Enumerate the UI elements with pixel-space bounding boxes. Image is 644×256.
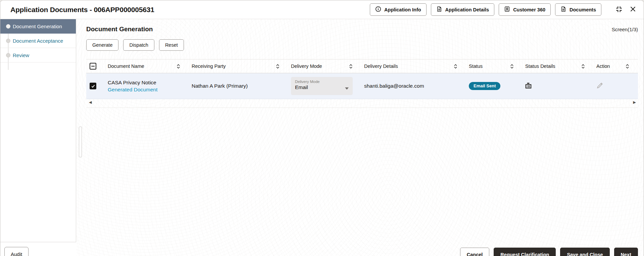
- sort-icon[interactable]: [177, 64, 180, 69]
- sort-icon[interactable]: [626, 64, 629, 69]
- column-label: Receiving Party: [192, 63, 226, 69]
- application-details-button[interactable]: Application Details: [431, 3, 495, 16]
- select-all-checkbox[interactable]: [90, 63, 96, 70]
- status-details-cell: [523, 82, 594, 91]
- close-button[interactable]: [628, 4, 638, 15]
- delivery-mode-select[interactable]: Delivery Mode Email: [291, 77, 353, 95]
- button-label: Application Details: [445, 7, 489, 12]
- column-label: Status: [469, 63, 483, 69]
- close-icon: [630, 6, 636, 13]
- step-label: Document Acceptance: [13, 38, 63, 44]
- sort-icon[interactable]: [510, 64, 514, 69]
- column-header-document-name: Document Name: [105, 63, 189, 69]
- document-name-cell: CASA Privacy Notice Generated Document: [105, 80, 189, 93]
- document-generation-panel: Document Generation Screen(1/3) Generate…: [77, 19, 644, 256]
- document-icon: [560, 6, 566, 13]
- document-name: CASA Privacy Notice: [108, 80, 189, 86]
- column-header-receiving-party: Receiving Party: [189, 63, 288, 69]
- panel-header: Document Generation Screen(1/3): [77, 19, 644, 33]
- receiving-party-cell: Nathan A Park (Primary): [189, 83, 288, 89]
- sidebar-item-document-generation[interactable]: Document Generation: [0, 19, 76, 34]
- customer-360-button[interactable]: Customer 360: [499, 3, 551, 16]
- documents-button[interactable]: Documents: [555, 3, 601, 16]
- sort-icon[interactable]: [581, 64, 585, 69]
- column-header-status: Status: [466, 63, 523, 69]
- step-dot: [6, 53, 10, 57]
- page-title: Application Documents - 006APP000005631: [10, 6, 154, 14]
- select-all-cell: [86, 63, 105, 70]
- column-label: Action: [596, 63, 610, 69]
- chevron-down-icon: [345, 85, 349, 91]
- table-header-row: Document Name Receiving Party Delivery M…: [86, 59, 638, 73]
- select-floating-label: Delivery Mode: [295, 80, 343, 84]
- column-label: Document Name: [108, 63, 144, 69]
- collapse-button[interactable]: [614, 4, 624, 15]
- generate-button[interactable]: Generate: [86, 39, 118, 51]
- panel-title: Document Generation: [86, 26, 153, 33]
- application-documents-window: Application Documents - 006APP000005631 …: [0, 0, 644, 256]
- status-badge: Email Sent: [469, 82, 500, 90]
- cancel-button[interactable]: Cancel: [460, 248, 490, 256]
- row-checkbox[interactable]: [90, 83, 96, 89]
- document-toolbar: Generate Dispatch Reset: [77, 33, 644, 51]
- delivery-details-cell: shanti.baliga@oracle.com: [361, 83, 466, 89]
- edit-pencil-icon[interactable]: [596, 81, 604, 91]
- row-select-cell: [86, 83, 105, 89]
- button-label: Application Info: [384, 7, 421, 12]
- column-header-delivery-details: Delivery Details: [361, 63, 466, 69]
- horizontal-scrollbar: ◀ ▶: [86, 99, 638, 108]
- action-cell: [594, 81, 638, 91]
- reset-button[interactable]: Reset: [159, 39, 184, 51]
- step-dot: [6, 24, 10, 29]
- button-label: Customer 360: [513, 7, 545, 12]
- indeterminate-dash-icon: [91, 66, 95, 67]
- audit-button[interactable]: Audit: [4, 247, 29, 256]
- screen-indicator: Screen(1/3): [612, 27, 638, 32]
- scroll-right-arrow[interactable]: ▶: [633, 100, 636, 104]
- sidebar-item-document-acceptance[interactable]: Document Acceptance: [0, 34, 76, 48]
- button-label: Documents: [569, 7, 596, 12]
- column-label: Delivery Mode: [291, 63, 322, 69]
- scroll-left-arrow[interactable]: ◀: [89, 100, 92, 104]
- workflow-stepper-sidebar: Document Generation Document Acceptance …: [0, 19, 76, 242]
- window-header: Application Documents - 006APP000005631 …: [0, 0, 644, 19]
- collapse-icon: [615, 6, 623, 14]
- customer-card-icon: [504, 6, 510, 13]
- column-header-status-details: Status Details: [523, 63, 594, 69]
- select-value: Email: [295, 84, 343, 90]
- sidebar-item-review[interactable]: Review: [0, 48, 76, 62]
- footer-actions: Cancel Request Clarification Save and Cl…: [460, 248, 638, 256]
- table-row: CASA Privacy Notice Generated Document N…: [86, 73, 638, 99]
- info-icon: [375, 6, 381, 13]
- sort-icon[interactable]: [349, 64, 353, 69]
- vertical-scrollbar-handle[interactable]: [79, 127, 82, 157]
- status-cell: Email Sent: [466, 82, 523, 90]
- column-header-action: Action: [594, 63, 638, 69]
- documents-table: Document Name Receiving Party Delivery M…: [86, 59, 638, 108]
- sort-icon[interactable]: [454, 64, 457, 69]
- sort-icon[interactable]: [276, 64, 280, 69]
- header-actions: Application Info Application Details Cus…: [370, 3, 638, 16]
- check-icon: [91, 84, 95, 88]
- save-and-close-button[interactable]: Save and Close: [560, 248, 609, 256]
- step-label: Document Generation: [13, 24, 62, 29]
- step-label: Review: [13, 52, 29, 58]
- generated-document-link[interactable]: Generated Document: [108, 87, 189, 93]
- column-label: Delivery Details: [364, 63, 398, 69]
- application-info-button[interactable]: Application Info: [370, 3, 427, 16]
- document-status-icon[interactable]: [525, 82, 532, 91]
- column-label: Status Details: [525, 63, 555, 69]
- delivery-mode-cell: Delivery Mode Email: [288, 77, 361, 95]
- column-header-delivery-mode: Delivery Mode: [288, 63, 361, 69]
- dispatch-button[interactable]: Dispatch: [123, 39, 154, 51]
- step-dot: [6, 39, 10, 43]
- next-button[interactable]: Next: [614, 248, 638, 256]
- document-icon: [436, 6, 442, 13]
- request-clarification-button[interactable]: Request Clarification: [494, 248, 556, 256]
